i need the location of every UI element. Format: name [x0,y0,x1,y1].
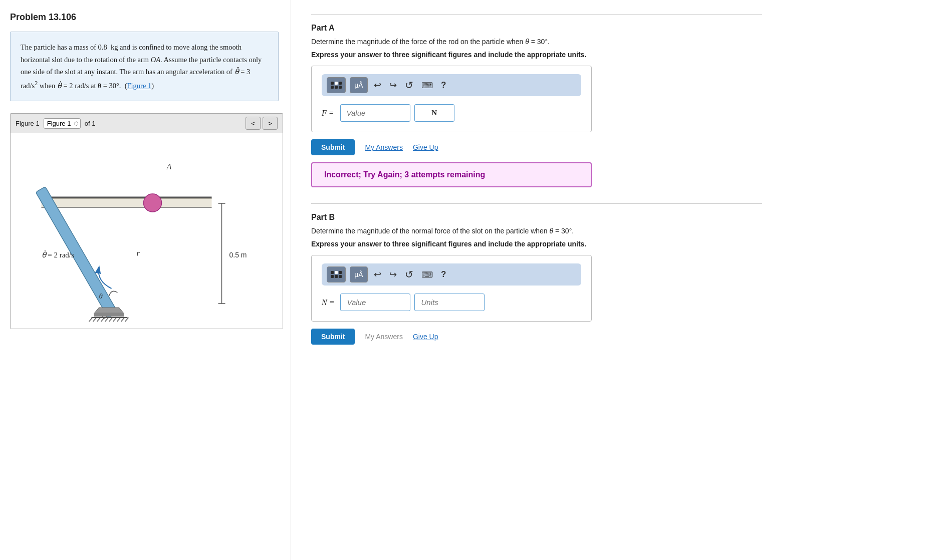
part-a-section: Part A Determine the magnitude of the fo… [311,24,927,187]
figure-box: Figure 1 Figure 1 of 1 < > [10,113,283,329]
part-b-grid-template-button[interactable] [327,266,346,283]
grid-cell-b-4 [331,275,334,278]
grid-cell-b-3 [339,271,342,274]
part-a-description: Determine the magnitude of the force of … [311,38,927,46]
grid-cell-b-1 [331,271,334,274]
figure-nav-group: < > [246,117,278,130]
part-a-give-up-button[interactable]: Give Up [413,143,438,151]
grid-cell-b-5 [335,275,338,278]
part-b-help-button[interactable]: ? [439,268,448,281]
grid-cell-4 [331,86,334,89]
part-b-description: Determine the magnitude of the normal fo… [311,227,927,235]
right-panel: Part A Determine the magnitude of the fo… [291,0,947,560]
part-a-instruction: Express your answer to three significant… [311,51,927,59]
part-a-input-row: F = N [322,104,581,122]
figure-of: of 1 [85,120,96,127]
undo-button[interactable]: ↩ [372,79,383,92]
part-a-answer-box: μÅ ↩ ↪ ↺ ⌨ ? F = N [311,66,592,132]
grid-cell-3 [339,82,342,85]
top-divider [311,14,762,15]
svg-text:θ̇
             = 2 rad/s: θ̇ = 2 rad/s [42,250,75,259]
part-b-eq-label: N = [322,298,334,307]
svg-rect-17 [94,313,124,317]
part-a-title: Part A [311,24,927,33]
grid-icon [331,82,342,89]
part-b-reset-button[interactable]: ↺ [403,267,415,282]
part-b-mu-button[interactable]: μÅ [350,266,368,283]
part-b-submit-button[interactable]: Submit [311,329,355,345]
grid-cell-1 [331,82,334,85]
part-a-feedback-text: Incorrect; Try Again; 3 attempts remaini… [324,170,485,179]
figure-prev-button[interactable]: < [246,117,261,130]
part-a-value-input[interactable] [340,104,410,122]
grid-template-button[interactable] [327,77,346,93]
part-b-value-input[interactable] [340,294,410,311]
figure-select[interactable]: Figure 1 [44,118,81,129]
part-b-action-row: Submit My Answers Give Up [311,329,927,345]
svg-rect-3 [42,198,212,207]
grid-cell-2 [335,82,338,85]
redo-button[interactable]: ↪ [387,79,399,92]
part-a-my-answers-button[interactable]: My Answers [365,143,402,151]
svg-text:θ: θ [99,292,103,300]
figure-header: Figure 1 Figure 1 of 1 < > [11,114,283,133]
part-b-grid-icon [331,271,342,278]
svg-point-10 [144,194,162,212]
left-panel: Problem 13.106 The particle has a mass o… [0,0,291,560]
grid-cell-6 [339,86,342,89]
mu-button[interactable]: μÅ [350,77,368,93]
part-a-feedback-box: Incorrect; Try Again; 3 attempts remaini… [311,162,592,187]
svg-text:A: A [166,162,172,171]
part-b-answer-box: μÅ ↩ ↪ ↺ ⌨ ? N = [311,255,592,322]
grid-cell-b-6 [339,275,342,278]
help-button[interactable]: ? [439,79,448,91]
figure-next-button[interactable]: > [263,117,278,130]
figure-label: Figure 1 [16,120,40,127]
part-b-input-row: N = [322,294,581,311]
figure-canvas: 0.5 m A θ̇ = 2 rad/s [11,133,283,329]
part-a-action-row: Submit My Answers Give Up [311,139,927,155]
part-a-submit-button[interactable]: Submit [311,139,355,155]
desc-text: The particle has a mass of 0.8 kg and is… [21,43,262,90]
figure-diagram: 0.5 m A θ̇ = 2 rad/s [11,133,283,329]
part-a-units-display: N [414,104,454,122]
part-b-give-up-button[interactable]: Give Up [413,333,438,341]
part-b-undo-button[interactable]: ↩ [372,268,383,281]
svg-text:0.5 m: 0.5 m [229,251,247,259]
reset-button[interactable]: ↺ [403,78,415,92]
part-a-eq-label: F = [322,109,334,118]
part-b-section: Part B Determine the magnitude of the no… [311,213,927,345]
part-b-redo-button[interactable]: ↪ [387,268,399,281]
grid-cell-5 [335,86,338,89]
part-b-instruction: Express your answer to three significant… [311,240,927,248]
figure-select-wrapper[interactable]: Figure 1 [44,118,81,129]
part-b-title: Part B [311,213,927,222]
keyboard-button[interactable]: ⌨ [419,80,435,91]
part-a-toolbar: μÅ ↩ ↪ ↺ ⌨ ? [322,74,581,96]
part-b-keyboard-button[interactable]: ⌨ [419,269,435,281]
problem-description: The particle has a mass of 0.8 kg and is… [10,32,279,101]
svg-text:r: r [137,249,140,257]
grid-cell-b-2 [335,271,338,274]
part-b-units-input[interactable] [414,294,485,311]
middle-divider [311,203,762,204]
part-b-toolbar: μÅ ↩ ↪ ↺ ⌨ ? [322,263,581,286]
part-b-my-answers-button[interactable]: My Answers [365,333,402,341]
problem-title: Problem 13.106 [10,12,279,23]
svg-rect-0 [12,133,282,329]
figure-link[interactable]: Figure 1 [127,82,151,90]
